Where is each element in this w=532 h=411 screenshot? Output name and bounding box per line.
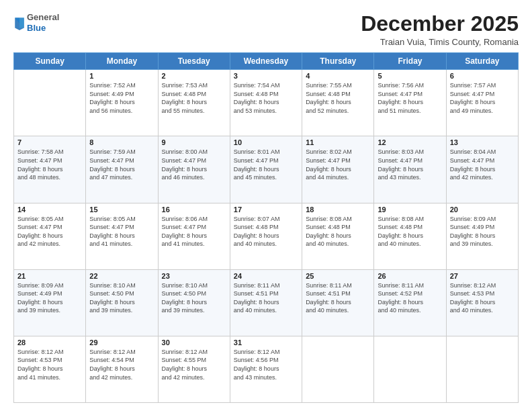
day-number: 20 <box>450 205 515 214</box>
day-number: 18 <box>306 205 370 214</box>
day-info: Sunrise: 7:55 AMSunset: 4:48 PMDaylight:… <box>306 81 370 115</box>
day-info: Sunrise: 7:59 AMSunset: 4:47 PMDaylight:… <box>89 148 154 181</box>
header: General Blue December 2025 Traian Vuia, … <box>13 12 519 47</box>
table-cell <box>446 336 518 402</box>
week-row-0: 1 Sunrise: 7:52 AMSunset: 4:49 PMDayligh… <box>14 70 519 136</box>
weekday-header-row: Sunday Monday Tuesday Wednesday Thursday… <box>14 53 519 70</box>
table-cell <box>374 336 446 402</box>
table-cell: 21 Sunrise: 8:09 AMSunset: 4:49 PMDaylig… <box>14 269 86 336</box>
day-info: Sunrise: 8:08 AMSunset: 4:48 PMDaylight:… <box>306 215 370 248</box>
title-block: December 2025 Traian Vuia, Timis County,… <box>361 12 519 47</box>
day-number: 25 <box>306 272 370 280</box>
day-info: Sunrise: 8:10 AMSunset: 4:50 PMDaylight:… <box>89 281 154 315</box>
day-number: 3 <box>234 72 298 80</box>
day-info: Sunrise: 8:03 AMSunset: 4:47 PMDaylight:… <box>378 148 442 181</box>
header-thursday: Thursday <box>302 53 374 70</box>
table-cell: 9 Sunrise: 8:00 AMSunset: 4:47 PMDayligh… <box>158 136 230 203</box>
table-cell: 1 Sunrise: 7:52 AMSunset: 4:49 PMDayligh… <box>86 70 158 136</box>
table-cell: 7 Sunrise: 7:58 AMSunset: 4:47 PMDayligh… <box>14 136 86 203</box>
day-number: 29 <box>89 338 154 347</box>
day-number: 17 <box>234 205 298 214</box>
logo-blue: Blue <box>27 23 59 34</box>
table-cell: 30 Sunrise: 8:12 AMSunset: 4:55 PMDaylig… <box>158 336 230 402</box>
day-number: 21 <box>17 272 82 280</box>
table-cell: 15 Sunrise: 8:05 AMSunset: 4:47 PMDaylig… <box>86 203 158 269</box>
day-info: Sunrise: 8:11 AMSunset: 4:51 PMDaylight:… <box>234 281 298 315</box>
week-row-4: 28 Sunrise: 8:12 AMSunset: 4:53 PMDaylig… <box>14 336 519 402</box>
day-info: Sunrise: 8:12 AMSunset: 4:53 PMDaylight:… <box>450 281 515 315</box>
table-cell: 29 Sunrise: 8:12 AMSunset: 4:54 PMDaylig… <box>86 336 158 402</box>
day-number: 27 <box>450 272 515 280</box>
week-row-2: 14 Sunrise: 8:05 AMSunset: 4:47 PMDaylig… <box>14 203 519 269</box>
day-number: 6 <box>450 72 515 80</box>
day-info: Sunrise: 8:11 AMSunset: 4:52 PMDaylight:… <box>378 281 442 315</box>
day-info: Sunrise: 8:00 AMSunset: 4:47 PMDaylight:… <box>162 148 226 181</box>
logo-general: General <box>27 12 59 23</box>
location-subtitle: Traian Vuia, Timis County, Romania <box>361 37 519 47</box>
table-cell: 27 Sunrise: 8:12 AMSunset: 4:53 PMDaylig… <box>446 269 518 336</box>
table-cell: 28 Sunrise: 8:12 AMSunset: 4:53 PMDaylig… <box>14 336 86 402</box>
day-info: Sunrise: 8:09 AMSunset: 4:49 PMDaylight:… <box>17 281 82 315</box>
day-info: Sunrise: 8:01 AMSunset: 4:47 PMDaylight:… <box>234 148 298 181</box>
month-title: December 2025 <box>361 12 519 36</box>
svg-marker-1 <box>19 17 24 28</box>
table-cell: 17 Sunrise: 8:07 AMSunset: 4:48 PMDaylig… <box>230 203 302 269</box>
day-number: 15 <box>89 205 154 214</box>
header-tuesday: Tuesday <box>158 53 230 70</box>
week-row-1: 7 Sunrise: 7:58 AMSunset: 4:47 PMDayligh… <box>14 136 519 203</box>
day-info: Sunrise: 8:12 AMSunset: 4:54 PMDaylight:… <box>89 348 154 381</box>
table-cell: 26 Sunrise: 8:11 AMSunset: 4:52 PMDaylig… <box>374 269 446 336</box>
header-monday: Monday <box>86 53 158 70</box>
header-friday: Friday <box>374 53 446 70</box>
week-row-3: 21 Sunrise: 8:09 AMSunset: 4:49 PMDaylig… <box>14 269 519 336</box>
day-number: 5 <box>378 72 442 80</box>
day-number: 23 <box>162 272 226 280</box>
day-number: 14 <box>17 205 82 214</box>
day-info: Sunrise: 8:05 AMSunset: 4:47 PMDaylight:… <box>89 215 154 248</box>
day-number: 1 <box>89 72 154 80</box>
table-cell: 13 Sunrise: 8:04 AMSunset: 4:47 PMDaylig… <box>446 136 518 203</box>
day-info: Sunrise: 8:07 AMSunset: 4:48 PMDaylight:… <box>234 215 298 248</box>
day-number: 8 <box>89 138 154 146</box>
day-info: Sunrise: 8:10 AMSunset: 4:50 PMDaylight:… <box>162 281 226 315</box>
day-number: 9 <box>162 138 226 146</box>
day-number: 22 <box>89 272 154 280</box>
logo-text: General Blue <box>27 12 59 33</box>
day-number: 2 <box>162 72 226 80</box>
day-number: 4 <box>306 72 370 80</box>
table-cell: 10 Sunrise: 8:01 AMSunset: 4:47 PMDaylig… <box>230 136 302 203</box>
day-info: Sunrise: 7:58 AMSunset: 4:47 PMDaylight:… <box>17 148 82 181</box>
table-cell: 4 Sunrise: 7:55 AMSunset: 4:48 PMDayligh… <box>302 70 374 136</box>
day-info: Sunrise: 8:04 AMSunset: 4:47 PMDaylight:… <box>450 148 515 181</box>
day-info: Sunrise: 8:12 AMSunset: 4:56 PMDaylight:… <box>234 348 298 381</box>
table-cell: 12 Sunrise: 8:03 AMSunset: 4:47 PMDaylig… <box>374 136 446 203</box>
day-number: 28 <box>17 338 82 347</box>
header-wednesday: Wednesday <box>230 53 302 70</box>
table-cell: 5 Sunrise: 7:56 AMSunset: 4:47 PMDayligh… <box>374 70 446 136</box>
day-number: 11 <box>306 138 370 146</box>
day-info: Sunrise: 8:02 AMSunset: 4:47 PMDaylight:… <box>306 148 370 181</box>
day-number: 30 <box>162 338 226 347</box>
table-cell: 16 Sunrise: 8:06 AMSunset: 4:47 PMDaylig… <box>158 203 230 269</box>
table-cell <box>302 336 374 402</box>
table-cell: 6 Sunrise: 7:57 AMSunset: 4:47 PMDayligh… <box>446 70 518 136</box>
table-cell <box>14 70 86 136</box>
table-cell: 20 Sunrise: 8:09 AMSunset: 4:49 PMDaylig… <box>446 203 518 269</box>
day-info: Sunrise: 8:05 AMSunset: 4:47 PMDaylight:… <box>17 215 82 248</box>
table-cell: 19 Sunrise: 8:08 AMSunset: 4:48 PMDaylig… <box>374 203 446 269</box>
day-info: Sunrise: 7:53 AMSunset: 4:48 PMDaylight:… <box>162 81 226 115</box>
day-number: 31 <box>234 338 298 347</box>
table-cell: 2 Sunrise: 7:53 AMSunset: 4:48 PMDayligh… <box>158 70 230 136</box>
header-sunday: Sunday <box>14 53 86 70</box>
day-info: Sunrise: 7:57 AMSunset: 4:47 PMDaylight:… <box>450 81 515 115</box>
logo-icon <box>13 15 26 30</box>
day-number: 10 <box>234 138 298 146</box>
table-cell: 22 Sunrise: 8:10 AMSunset: 4:50 PMDaylig… <box>86 269 158 336</box>
table-cell: 3 Sunrise: 7:54 AMSunset: 4:48 PMDayligh… <box>230 70 302 136</box>
day-number: 16 <box>162 205 226 214</box>
day-number: 12 <box>378 138 442 146</box>
day-number: 13 <box>450 138 515 146</box>
table-cell: 31 Sunrise: 8:12 AMSunset: 4:56 PMDaylig… <box>230 336 302 402</box>
table-cell: 23 Sunrise: 8:10 AMSunset: 4:50 PMDaylig… <box>158 269 230 336</box>
day-info: Sunrise: 8:12 AMSunset: 4:53 PMDaylight:… <box>17 348 82 381</box>
